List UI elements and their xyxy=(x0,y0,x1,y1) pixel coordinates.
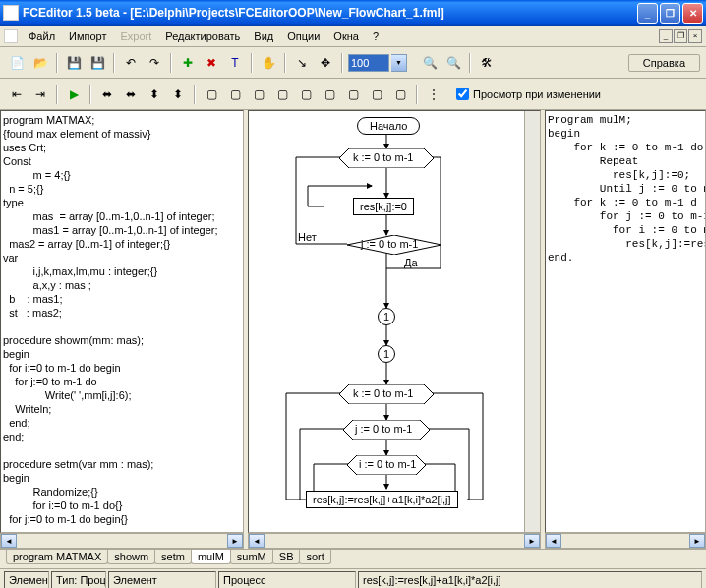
status-elem: Элемент xyxy=(4,571,49,589)
fc-mul[interactable]: res[k,j]:=res[k,j]+a1[k,i]*a2[i,j] xyxy=(306,491,458,508)
zoom-dropdown[interactable]: ▼ xyxy=(391,54,407,72)
titlebar: FCEditor 1.5 beta - [E:\Delphi\Projects\… xyxy=(0,0,706,26)
mdi-icon xyxy=(4,29,18,43)
flowchart-scrollbar-v[interactable] xyxy=(524,111,540,532)
crosshair-icon[interactable]: ✥ xyxy=(315,52,336,74)
insert-below-icon[interactable]: ⬍ xyxy=(167,84,189,105)
fc-start[interactable]: Начало xyxy=(357,117,420,135)
zoom-out-icon[interactable]: 🔍 xyxy=(442,52,464,74)
align4-icon[interactable]: ▢ xyxy=(271,84,293,105)
source-pane-left[interactable]: program MATMAX; {found max element of ma… xyxy=(0,110,244,533)
new-icon[interactable]: 📄 xyxy=(6,52,28,74)
mdi-minimize[interactable]: _ xyxy=(659,29,673,43)
run-icon[interactable]: ▶ xyxy=(63,84,85,105)
mdi-controls: _ ❐ × xyxy=(659,29,702,43)
hscroll-mid[interactable]: ◄► xyxy=(248,533,541,549)
left-code: program MATMAX; {found max element of ma… xyxy=(3,113,241,526)
tab-sort[interactable]: sort xyxy=(299,550,330,564)
undo-icon[interactable]: ↶ xyxy=(120,52,142,74)
maximize-button[interactable]: ❐ xyxy=(660,3,680,24)
insert-right-icon[interactable]: ⬌ xyxy=(120,84,142,105)
fc-k-loop[interactable]: k := 0 to m-1 xyxy=(353,151,413,163)
delete-icon[interactable]: ✖ xyxy=(201,52,222,74)
menu-file[interactable]: Файл xyxy=(22,29,62,44)
menu-import[interactable]: Импорт xyxy=(62,29,113,44)
fc-yes: Да xyxy=(404,257,418,268)
menu-view[interactable]: Вид xyxy=(247,29,280,44)
menu-help[interactable]: ? xyxy=(366,29,385,44)
tab-summ[interactable]: sumM xyxy=(230,550,273,564)
tab-sb[interactable]: SB xyxy=(272,550,301,564)
separator xyxy=(170,53,172,73)
menu-edit[interactable]: Редактировать xyxy=(158,29,247,44)
align6-icon[interactable]: ▢ xyxy=(319,84,340,105)
mdi-close[interactable]: × xyxy=(688,29,702,43)
right-code: Program mulM; begin for k := 0 to m-1 do… xyxy=(548,113,703,265)
fc-j-loop2[interactable]: j := 0 to m-1 xyxy=(355,423,412,435)
minimize-button[interactable]: _ xyxy=(637,3,658,24)
align2-icon[interactable]: ▢ xyxy=(224,84,246,105)
arrow-icon[interactable]: ↘ xyxy=(291,52,313,74)
menu-bar: Файл Импорт Export Редактировать Вид Опц… xyxy=(0,26,706,47)
insert-left-icon[interactable]: ⬌ xyxy=(96,84,118,105)
fc-conn-1[interactable]: 1 xyxy=(378,308,395,325)
align3-icon[interactable]: ▢ xyxy=(248,84,269,105)
add-icon[interactable]: ✚ xyxy=(177,52,199,74)
separator xyxy=(251,53,253,73)
toolbar-flowchart: ⇤ ⇥ ▶ ⬌ ⬌ ⬍ ⬍ ▢ ▢ ▢ ▢ ▢ ▢ ▢ ▢ ▢ ⋮ Просмо… xyxy=(0,79,706,110)
tabs-bar: program MATMAX showm setm mulM sumM SB s… xyxy=(0,549,706,568)
fc-k-loop2[interactable]: k := 0 to m-1 xyxy=(353,387,413,399)
fc-res0[interactable]: res[k,j]:=0 xyxy=(353,198,414,215)
preview-check-label: Просмотр при изменении xyxy=(473,88,601,100)
tab-setm[interactable]: setm xyxy=(154,550,192,564)
align1-icon[interactable]: ▢ xyxy=(201,84,222,105)
fc-i-loop[interactable]: i := 0 to m-1 xyxy=(359,458,416,470)
status-type: Тип: Проц xyxy=(51,571,106,589)
hscroll-right[interactable]: ◄► xyxy=(545,533,706,549)
preview-check-input[interactable] xyxy=(456,88,469,100)
help-button[interactable]: Справка xyxy=(628,54,700,72)
source-pane-right[interactable]: Program mulM; begin for k := 0 to m-1 do… xyxy=(545,110,706,533)
align5-icon[interactable]: ▢ xyxy=(295,84,317,105)
close-button[interactable]: ✕ xyxy=(682,3,703,24)
insert-above-icon[interactable]: ⬍ xyxy=(144,84,165,105)
separator xyxy=(89,85,91,104)
step-back-icon[interactable]: ⇤ xyxy=(6,84,28,105)
fc-conn-2[interactable]: 1 xyxy=(378,345,395,363)
tab-showm[interactable]: showm xyxy=(107,550,155,564)
step-fwd-icon[interactable]: ⇥ xyxy=(29,84,51,105)
settings-icon[interactable]: 🛠 xyxy=(476,52,498,74)
flowchart-pane[interactable]: Начало k := 0 to m-1 res[k,j]:=0 j := 0 … xyxy=(248,110,541,533)
status-bar: Элемент Тип: Проц Элемент Процесс res[k,… xyxy=(0,568,706,588)
align7-icon[interactable]: ▢ xyxy=(342,84,364,105)
separator xyxy=(194,85,196,104)
status-expr: res[k,j]:=res[k,j]+a1[k,i]*a2[i,j] xyxy=(358,571,702,589)
hscroll-left[interactable]: ◄► xyxy=(0,533,244,549)
align8-icon[interactable]: ▢ xyxy=(366,84,387,105)
preview-checkbox[interactable]: Просмотр при изменении xyxy=(456,88,601,100)
save-icon[interactable]: 💾 xyxy=(63,52,85,74)
zoom-input[interactable] xyxy=(348,54,389,72)
menu-options[interactable]: Опции xyxy=(280,29,326,44)
zoom-in-icon[interactable]: 🔍 xyxy=(419,52,441,74)
text-icon[interactable]: T xyxy=(224,52,246,74)
window-title: FCEditor 1.5 beta - [E:\Delphi\Projects\… xyxy=(23,6,637,20)
status-elem2: Элемент xyxy=(108,571,216,589)
align9-icon[interactable]: ▢ xyxy=(389,84,411,105)
grid-icon[interactable]: ⋮ xyxy=(423,84,444,105)
separator xyxy=(341,53,343,73)
fc-no: Нет xyxy=(298,231,317,243)
app-icon xyxy=(3,5,19,21)
mdi-restore[interactable]: ❐ xyxy=(674,29,687,43)
open-icon[interactable]: 📂 xyxy=(29,52,51,74)
redo-icon[interactable]: ↷ xyxy=(144,52,165,74)
menu-export: Export xyxy=(114,29,159,44)
workarea: program MATMAX; {found max element of ma… xyxy=(0,110,706,533)
tab-mulm[interactable]: mulM xyxy=(191,550,231,564)
fc-j-loop[interactable]: j := 0 to m-1 xyxy=(361,238,418,250)
saveall-icon[interactable]: 💾 xyxy=(87,52,108,74)
separator xyxy=(56,85,58,104)
tab-program-matmax[interactable]: program MATMAX xyxy=(6,550,108,564)
menu-windows[interactable]: Окна xyxy=(326,29,366,44)
hand-icon[interactable]: ✋ xyxy=(258,52,279,74)
